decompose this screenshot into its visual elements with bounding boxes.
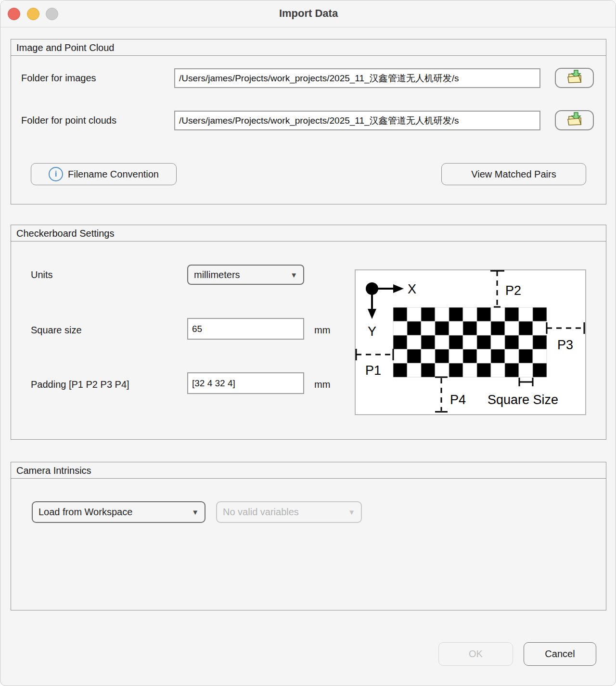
dialog-title: Import Data xyxy=(0,7,616,20)
folder-pointclouds-input[interactable] xyxy=(174,111,540,130)
image-point-cloud-title: Image and Point Cloud xyxy=(11,39,606,56)
units-label: Units xyxy=(31,268,53,281)
cancel-label: Cancel xyxy=(545,648,575,660)
cancel-button[interactable]: Cancel xyxy=(524,642,596,666)
svg-text:X: X xyxy=(408,282,416,296)
square-size-input[interactable] xyxy=(187,318,304,340)
info-icon: i xyxy=(49,167,63,181)
units-dropdown[interactable]: millimeters ▼ xyxy=(187,265,304,285)
filename-convention-button[interactable]: i Filename Convention xyxy=(31,163,177,185)
intrinsics-source-value: Load from Workspace xyxy=(38,507,132,518)
filename-convention-label: Filename Convention xyxy=(68,169,159,180)
folder-images-label: Folder for images xyxy=(21,72,96,84)
svg-text:P1: P1 xyxy=(365,363,381,378)
checkerboard-diagram: XYP2P3P1P4Square Size xyxy=(355,269,586,415)
intrinsics-variable-dropdown: No valid variables ▼ xyxy=(216,501,362,523)
svg-text:P3: P3 xyxy=(557,338,573,352)
chevron-down-icon: ▼ xyxy=(290,271,297,279)
square-size-unit: mm xyxy=(314,324,330,336)
title-bar: Import Data xyxy=(0,0,616,27)
svg-text:Square Size: Square Size xyxy=(488,393,558,407)
intrinsics-variable-value: No valid variables xyxy=(223,507,299,518)
open-folder-icon xyxy=(566,112,583,129)
camera-intrinsics-group: Camera Intrinsics Load from Workspace ▼ … xyxy=(11,462,606,610)
chevron-down-icon: ▼ xyxy=(192,508,199,516)
svg-text:P4: P4 xyxy=(450,393,466,407)
ok-label: OK xyxy=(469,648,483,660)
ok-button: OK xyxy=(438,642,513,666)
checkerboard-settings-title: Checkerboard Settings xyxy=(11,225,606,241)
svg-text:Y: Y xyxy=(368,324,376,339)
folder-pointclouds-label: Folder for point clouds xyxy=(21,114,116,127)
browse-pointclouds-button[interactable] xyxy=(555,110,594,130)
checkerboard-settings-group: Checkerboard Settings Units millimeters … xyxy=(11,225,606,440)
chevron-down-icon: ▼ xyxy=(348,508,355,516)
folder-images-input[interactable] xyxy=(174,68,540,88)
units-value: millimeters xyxy=(194,269,240,280)
browse-images-button[interactable] xyxy=(555,68,594,88)
view-matched-pairs-label: View Matched Pairs xyxy=(471,169,556,180)
intrinsics-source-dropdown[interactable]: Load from Workspace ▼ xyxy=(32,501,205,523)
image-point-cloud-group: Image and Point Cloud Folder for images … xyxy=(11,39,606,204)
square-size-label: Square size xyxy=(31,324,82,336)
padding-label: Padding [P1 P2 P3 P4] xyxy=(31,378,129,391)
padding-input[interactable] xyxy=(187,372,304,394)
open-folder-icon xyxy=(566,69,583,87)
import-data-dialog: Import Data Image and Point Cloud Folder… xyxy=(0,0,616,686)
padding-unit: mm xyxy=(314,378,330,391)
view-matched-pairs-button[interactable]: View Matched Pairs xyxy=(441,163,586,185)
camera-intrinsics-title: Camera Intrinsics xyxy=(11,462,606,479)
svg-text:P2: P2 xyxy=(505,283,521,298)
